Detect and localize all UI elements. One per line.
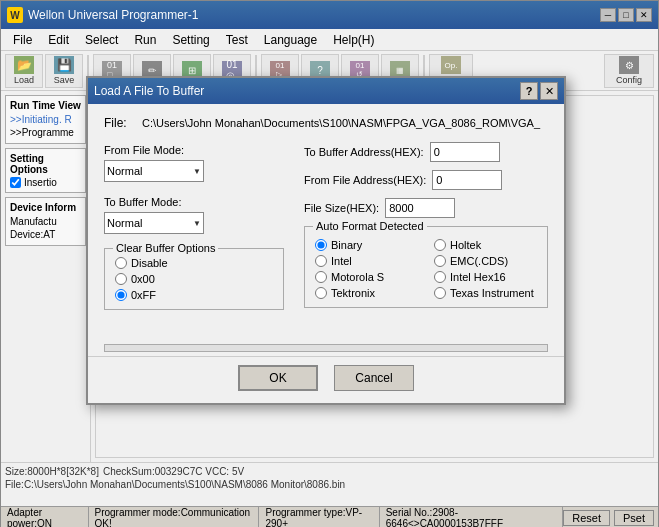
from-file-address-label: From File Address(HEX): (304, 174, 426, 186)
from-file-mode-select-wrapper: Normal (104, 160, 204, 182)
file-row: File: C:\Users\John Monahan\Documents\S1… (104, 116, 548, 130)
texas-radio[interactable] (434, 287, 446, 299)
intel-label: Intel (331, 255, 352, 267)
file-path: C:\Users\John Monahan\Documents\S100\NAS… (142, 117, 548, 129)
to-buffer-mode-select-wrapper: Normal (104, 212, 204, 234)
app-window: W Wellon Universal Programmer-1 ─ □ ✕ Fi… (0, 0, 659, 527)
file-size-field: File Size(HEX): (304, 198, 548, 218)
dialog-body: File: C:\Users\John Monahan\Documents\S1… (88, 104, 564, 340)
binary-radio[interactable] (315, 239, 327, 251)
motorola-radio[interactable] (315, 271, 327, 283)
file-size-label: File Size(HEX): (304, 202, 379, 214)
holtek-label: Holtek (450, 239, 481, 251)
texas-label: Texas Instrument (450, 287, 534, 299)
to-buffer-address-field: To Buffer Address(HEX): (304, 142, 548, 162)
motorola-radio-row: Motorola S (315, 271, 418, 283)
0x00-label: 0x00 (131, 273, 155, 285)
binary-label: Binary (331, 239, 362, 251)
form-col-left: From File Mode: Normal To Buffer Mode: (104, 142, 284, 318)
holtek-radio[interactable] (434, 239, 446, 251)
tektronix-radio-row: Tektronix (315, 287, 418, 299)
0x00-radio-row: 0x00 (115, 273, 273, 285)
disable-radio-row: Disable (115, 257, 273, 269)
from-file-mode-label: From File Mode: (104, 144, 284, 156)
intel-hex16-radio[interactable] (434, 271, 446, 283)
file-label: File: (104, 116, 134, 130)
dialog-scrollbar[interactable] (104, 344, 548, 352)
tektronix-label: Tektronix (331, 287, 375, 299)
texas-radio-row: Texas Instrument (434, 287, 537, 299)
emc-label: EMC(.CDS) (450, 255, 508, 267)
disable-label: Disable (131, 257, 168, 269)
cancel-button[interactable]: Cancel (334, 365, 414, 391)
holtek-radio-row: Holtek (434, 239, 537, 251)
from-file-address-field: From File Address(HEX): (304, 170, 548, 190)
to-buffer-address-input[interactable] (430, 142, 500, 162)
to-buffer-mode-select[interactable]: Normal (104, 212, 204, 234)
dialog-overlay: Load A File To Buffer ? ✕ File: C:\Users… (1, 1, 658, 526)
auto-format-group: Auto Format Detected Binary Holtek (304, 226, 548, 308)
clear-buffer-radios: Disable 0x00 0xFF (115, 257, 273, 301)
0xFF-radio[interactable] (115, 289, 127, 301)
to-buffer-address-label: To Buffer Address(HEX): (304, 146, 424, 158)
form-columns: From File Mode: Normal To Buffer Mode: (104, 142, 548, 318)
clear-buffer-group: Clear Buffer Options Disable 0x00 (104, 248, 284, 310)
ok-button[interactable]: OK (238, 365, 318, 391)
binary-radio-row: Binary (315, 239, 418, 251)
dialog-title-bar: Load A File To Buffer ? ✕ (88, 78, 564, 104)
load-file-dialog: Load A File To Buffer ? ✕ File: C:\Users… (86, 76, 566, 405)
to-buffer-mode-wrapper: Normal (104, 212, 284, 234)
emc-radio[interactable] (434, 255, 446, 267)
dialog-close-btn[interactable]: ✕ (540, 82, 558, 100)
from-file-mode-wrapper: Normal (104, 160, 284, 182)
from-file-mode-select[interactable]: Normal (104, 160, 204, 182)
dialog-footer: OK Cancel (88, 356, 564, 403)
dialog-title: Load A File To Buffer (94, 84, 520, 98)
motorola-label: Motorola S (331, 271, 384, 283)
0x00-radio[interactable] (115, 273, 127, 285)
form-col-right: To Buffer Address(HEX): From File Addres… (304, 142, 548, 318)
to-buffer-mode-label: To Buffer Mode: (104, 196, 284, 208)
auto-format-title: Auto Format Detected (313, 220, 427, 232)
0xFF-label: 0xFF (131, 289, 156, 301)
file-size-input[interactable] (385, 198, 455, 218)
disable-radio[interactable] (115, 257, 127, 269)
tektronix-radio[interactable] (315, 287, 327, 299)
intel-hex16-radio-row: Intel Hex16 (434, 271, 537, 283)
intel-radio-row: Intel (315, 255, 418, 267)
0xFF-radio-row: 0xFF (115, 289, 273, 301)
emc-radio-row: EMC(.CDS) (434, 255, 537, 267)
intel-hex16-label: Intel Hex16 (450, 271, 506, 283)
from-file-address-input[interactable] (432, 170, 502, 190)
dialog-help-btn[interactable]: ? (520, 82, 538, 100)
clear-buffer-title: Clear Buffer Options (113, 242, 218, 254)
auto-format-grid: Binary Holtek Intel (315, 239, 537, 299)
intel-radio[interactable] (315, 255, 327, 267)
